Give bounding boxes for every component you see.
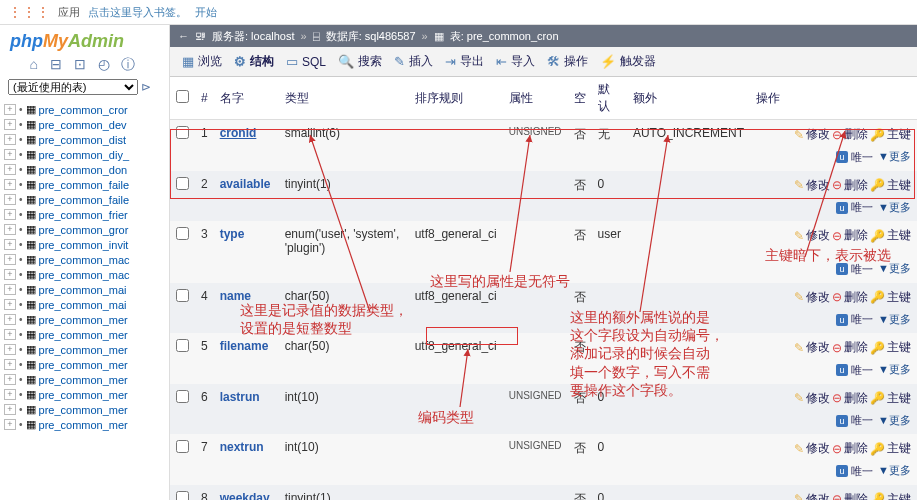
drop-action[interactable]: ⊖删除 — [832, 339, 868, 356]
primary-key-action[interactable]: 🔑主键 — [870, 440, 911, 457]
primary-key-action[interactable]: 🔑主键 — [870, 177, 911, 194]
bc-collapse-icon[interactable]: ← — [178, 30, 189, 42]
primary-key-action[interactable]: 🔑主键 — [870, 491, 911, 501]
tree-link[interactable]: pre_common_mai — [39, 299, 127, 311]
drop-action[interactable]: ⊖删除 — [832, 126, 868, 143]
th-null[interactable]: 空 — [574, 91, 586, 105]
tree-link[interactable]: pre_common_faile — [39, 194, 130, 206]
tree-item[interactable]: +•▦ pre_common_invit — [4, 237, 165, 252]
primary-key-action[interactable]: 🔑主键 — [870, 390, 911, 407]
tree-link[interactable]: pre_common_gror — [39, 224, 129, 236]
tree-item[interactable]: +•▦ pre_common_dist — [4, 132, 165, 147]
edit-action[interactable]: ✎修改 — [794, 227, 830, 244]
tree-link[interactable]: pre_common_mai — [39, 284, 127, 296]
tree-item[interactable]: +•▦ pre_common_diy_ — [4, 147, 165, 162]
edit-action[interactable]: ✎修改 — [794, 491, 830, 501]
unique-action[interactable]: u唯一 — [836, 464, 873, 479]
nav-icons[interactable]: ⌂ ⊟ ⊡ ◴ ⓘ — [0, 54, 169, 76]
tree-item[interactable]: +•▦ pre_common_mer — [4, 327, 165, 342]
more-action[interactable]: ▼更多 — [878, 261, 911, 276]
tree-link[interactable]: pre_common_mer — [39, 404, 128, 416]
more-action[interactable]: ▼更多 — [878, 200, 911, 215]
tree-expander-icon[interactable]: + — [4, 389, 16, 400]
tree-expander-icon[interactable]: + — [4, 179, 16, 190]
bc-table[interactable]: 表: pre_common_cron — [450, 29, 559, 44]
tree-item[interactable]: +•▦ pre_common_gror — [4, 222, 165, 237]
tree-expander-icon[interactable]: + — [4, 224, 16, 235]
import-bookmarks-link[interactable]: 点击这里导入书签。 — [88, 5, 187, 20]
th-num[interactable]: # — [201, 91, 208, 105]
tree-expander-icon[interactable]: + — [4, 404, 16, 415]
unique-action[interactable]: u唯一 — [836, 200, 873, 215]
tree-link[interactable]: pre_common_diy_ — [39, 149, 130, 161]
tree-expander-icon[interactable]: + — [4, 374, 16, 385]
col-name[interactable]: name — [220, 289, 251, 303]
more-action[interactable]: ▼更多 — [878, 362, 911, 377]
tree-expander-icon[interactable]: + — [4, 269, 16, 280]
tree-item[interactable]: +•▦ pre_common_mai — [4, 282, 165, 297]
th-type[interactable]: 类型 — [285, 91, 309, 105]
th-collation[interactable]: 排序规则 — [415, 91, 463, 105]
tab-import[interactable]: ⇤导入 — [496, 53, 535, 70]
tree-link[interactable]: pre_common_dev — [39, 119, 127, 131]
tab-browse[interactable]: ▦浏览 — [182, 53, 222, 70]
tree-item[interactable]: +•▦ pre_common_mai — [4, 297, 165, 312]
edit-action[interactable]: ✎修改 — [794, 289, 830, 306]
row-checkbox[interactable] — [176, 177, 189, 190]
tree-item[interactable]: +•▦ pre_common_mer — [4, 372, 165, 387]
tree-expander-icon[interactable]: + — [4, 284, 16, 295]
tree-expander-icon[interactable]: + — [4, 104, 16, 115]
tree-expander-icon[interactable]: + — [4, 134, 16, 145]
col-name[interactable]: weekday — [220, 491, 270, 501]
tree-link[interactable]: pre_common_frier — [39, 209, 128, 221]
drop-action[interactable]: ⊖删除 — [832, 491, 868, 501]
unique-action[interactable]: u唯一 — [836, 413, 873, 428]
tree-expander-icon[interactable]: + — [4, 314, 16, 325]
tree-item[interactable]: +•▦ pre_common_don — [4, 162, 165, 177]
tab-structure[interactable]: ⚙结构 — [234, 53, 274, 70]
tree-item[interactable]: +•▦ pre_common_faile — [4, 177, 165, 192]
tree-link[interactable]: pre_common_mer — [39, 314, 128, 326]
tab-sql[interactable]: ▭SQL — [286, 54, 326, 69]
tree-link[interactable]: pre_common_invit — [39, 239, 129, 251]
more-action[interactable]: ▼更多 — [878, 413, 911, 428]
primary-key-action[interactable]: 🔑主键 — [870, 339, 911, 356]
recent-tables-select[interactable]: (最近使用的表) — [8, 79, 138, 95]
tree-expander-icon[interactable]: + — [4, 239, 16, 250]
th-extra[interactable]: 额外 — [633, 91, 657, 105]
drop-action[interactable]: ⊖删除 — [832, 227, 868, 244]
primary-key-action[interactable]: 🔑主键 — [870, 289, 911, 306]
unique-action[interactable]: u唯一 — [836, 312, 873, 327]
th-name[interactable]: 名字 — [220, 91, 244, 105]
tree-link[interactable]: pre_common_mac — [39, 254, 130, 266]
unique-action[interactable]: u唯一 — [836, 262, 873, 277]
drop-action[interactable]: ⊖删除 — [832, 289, 868, 306]
select-all-checkbox[interactable] — [176, 90, 189, 103]
tree-expander-icon[interactable]: + — [4, 194, 16, 205]
tree-link[interactable]: pre_common_mer — [39, 359, 128, 371]
tree-expander-icon[interactable]: + — [4, 209, 16, 220]
tree-item[interactable]: +•▦ pre_common_mer — [4, 342, 165, 357]
th-default[interactable]: 默认 — [598, 82, 610, 113]
col-name[interactable]: cronid — [220, 126, 257, 140]
row-checkbox[interactable] — [176, 491, 189, 501]
col-name[interactable]: available — [220, 177, 271, 191]
tree-expander-icon[interactable]: + — [4, 119, 16, 130]
tree-item[interactable]: +•▦ pre_common_dev — [4, 117, 165, 132]
row-checkbox[interactable] — [176, 126, 189, 139]
bc-server[interactable]: 服务器: localhost — [212, 29, 295, 44]
tree-item[interactable]: +•▦ pre_common_frier — [4, 207, 165, 222]
tree-item[interactable]: +•▦ pre_common_mer — [4, 387, 165, 402]
edit-action[interactable]: ✎修改 — [794, 440, 830, 457]
tree-expander-icon[interactable]: + — [4, 419, 16, 430]
tab-insert[interactable]: ✎插入 — [394, 53, 433, 70]
tree-item[interactable]: +•▦ pre_common_faile — [4, 192, 165, 207]
tree-link[interactable]: pre_common_mer — [39, 389, 128, 401]
more-action[interactable]: ▼更多 — [878, 149, 911, 164]
tree-expander-icon[interactable]: + — [4, 344, 16, 355]
tree-expander-icon[interactable]: + — [4, 359, 16, 370]
row-checkbox[interactable] — [176, 440, 189, 453]
edit-action[interactable]: ✎修改 — [794, 126, 830, 143]
bc-db[interactable]: 数据库: sql486587 — [326, 29, 416, 44]
col-name[interactable]: nextrun — [220, 440, 264, 454]
